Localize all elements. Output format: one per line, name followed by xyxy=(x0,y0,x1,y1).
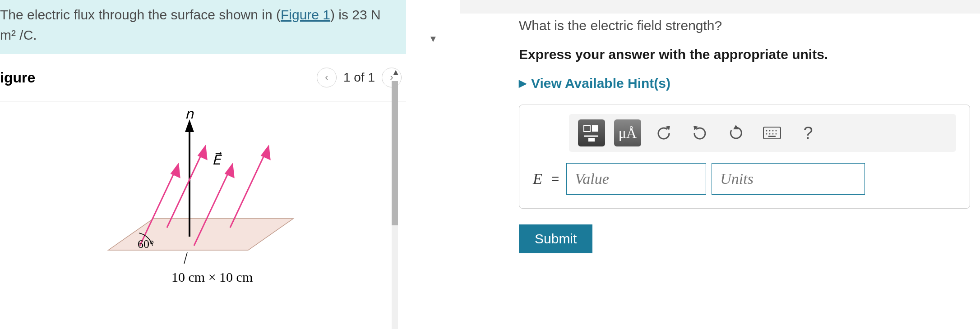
figure-count: 1 of 1 xyxy=(343,70,375,85)
question-text: What is the electric field strength? xyxy=(519,18,970,33)
e-vector-label: E⃗ xyxy=(212,152,222,167)
svg-point-24 xyxy=(766,133,767,135)
svg-rect-15 xyxy=(588,138,595,142)
problem-statement: The electric flux through the surface sh… xyxy=(0,0,406,54)
chevron-right-icon: ▶ xyxy=(519,78,527,89)
figure-link[interactable]: Figure 1 xyxy=(281,7,330,22)
svg-rect-12 xyxy=(584,125,590,132)
reset-button[interactable] xyxy=(722,119,749,146)
svg-point-22 xyxy=(772,130,774,132)
value-input[interactable] xyxy=(566,163,706,195)
svg-line-11 xyxy=(184,252,187,264)
dimension-label: 10 cm × 10 cm xyxy=(171,270,253,284)
svg-rect-28 xyxy=(768,136,776,137)
answer-box: μÅ ? E = xyxy=(519,105,970,209)
dropdown-icon[interactable]: ▼ xyxy=(429,34,438,44)
scroll-up-icon[interactable]: ▲ xyxy=(392,68,400,77)
svg-rect-13 xyxy=(592,125,598,132)
units-tool-button[interactable]: μÅ xyxy=(614,119,641,146)
svg-marker-2 xyxy=(185,119,194,132)
problem-text-prefix: The electric flux through the surface sh… xyxy=(0,7,281,22)
equation-toolbar: μÅ ? xyxy=(569,114,956,152)
instruction-text: Express your answer with the appropriate… xyxy=(519,47,970,62)
svg-point-21 xyxy=(769,130,771,132)
units-input[interactable] xyxy=(712,163,865,195)
view-hints-button[interactable]: ▶ View Available Hint(s) xyxy=(519,76,970,91)
svg-point-27 xyxy=(776,133,777,135)
equals-sign: = xyxy=(551,171,559,187)
hints-label: View Available Hint(s) xyxy=(531,76,670,91)
svg-line-9 xyxy=(230,151,266,228)
svg-point-26 xyxy=(772,133,774,135)
svg-rect-19 xyxy=(763,127,781,139)
svg-line-7 xyxy=(167,151,203,228)
svg-marker-0 xyxy=(108,219,293,250)
figure-title: igure xyxy=(0,69,35,86)
keyboard-button[interactable] xyxy=(758,119,786,146)
figure-prev-button[interactable]: ‹ xyxy=(317,68,337,87)
svg-point-20 xyxy=(766,130,767,132)
angle-label: 60° xyxy=(138,238,154,251)
template-tool-button[interactable] xyxy=(578,119,605,146)
scrollbar[interactable]: ▲ xyxy=(388,81,406,329)
submit-button[interactable]: Submit xyxy=(519,224,592,253)
undo-button[interactable] xyxy=(650,119,677,146)
variable-label: E xyxy=(533,170,542,187)
svg-point-25 xyxy=(769,133,771,135)
n-hat-label: n̂ xyxy=(185,110,194,121)
redo-button[interactable] xyxy=(686,119,713,146)
svg-point-23 xyxy=(776,130,777,132)
figure-diagram: n̂ E⃗ 60° 10 cm × 10 cm xyxy=(0,110,370,313)
scroll-thumb[interactable] xyxy=(392,81,398,225)
help-button[interactable]: ? xyxy=(795,119,822,146)
